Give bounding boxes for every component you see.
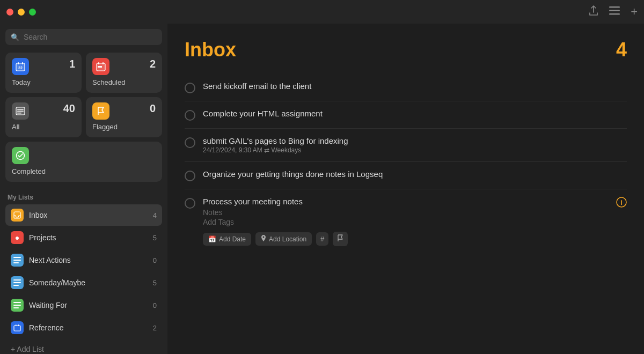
smart-card-completed[interactable]: Completed	[5, 142, 162, 182]
task-complete-button[interactable]	[185, 171, 195, 181]
add-tag-button[interactable]: #	[316, 232, 328, 246]
smart-card-all[interactable]: 40 All	[5, 97, 82, 137]
location-icon	[261, 235, 266, 243]
sidebar-item-someday-maybe[interactable]: Someday/Maybe 5	[5, 272, 162, 293]
svg-rect-14	[17, 111, 24, 112]
titlebar: +	[0, 0, 644, 24]
next-actions-label: Next Actions	[29, 256, 148, 264]
task-title: submit GAIL's pages to Bing for indexing	[203, 136, 627, 145]
scheduled-label: Scheduled	[92, 78, 156, 86]
svg-text:i: i	[620, 199, 622, 206]
add-list-label: + Add List	[11, 345, 44, 353]
flagged-label: Flagged	[92, 123, 156, 131]
scheduled-count: 2	[150, 58, 156, 70]
task-title: Organize your getting things done notes …	[203, 169, 627, 179]
close-button[interactable]	[6, 9, 13, 16]
task-complete-button[interactable]	[185, 83, 195, 93]
svg-rect-21	[13, 279, 21, 281]
traffic-lights	[6, 9, 36, 16]
task-complete-button[interactable]	[185, 137, 195, 148]
page-title: Inbox	[185, 39, 236, 61]
all-label: All	[12, 123, 75, 131]
table-row[interactable]: submit GAIL's pages to Bing for indexing…	[185, 129, 627, 162]
svg-rect-19	[13, 260, 21, 261]
svg-rect-9	[103, 62, 104, 64]
waiting-for-count: 0	[153, 301, 157, 309]
titlebar-actions: +	[589, 5, 638, 19]
smart-card-today[interactable]: 22 1 Today	[5, 53, 82, 93]
task-info-icon[interactable]: i	[616, 197, 627, 210]
add-date-label: Add Date	[219, 235, 246, 243]
add-location-button[interactable]: Add Location	[255, 232, 312, 246]
someday-maybe-count: 5	[153, 279, 157, 287]
reference-count: 2	[153, 324, 157, 332]
task-complete-button[interactable]	[185, 198, 195, 209]
task-title: Send kickoff email to the client	[203, 82, 627, 91]
completed-label: Completed	[12, 167, 156, 175]
smart-card-scheduled[interactable]: 2 Scheduled	[86, 53, 162, 93]
scheduled-icon	[92, 58, 109, 75]
main-layout: 🔍 22 1 Today	[0, 24, 644, 354]
reference-icon	[11, 321, 24, 334]
task-complete-button[interactable]	[185, 110, 195, 121]
list-icon[interactable]	[609, 6, 620, 18]
waiting-for-label: Waiting For	[29, 301, 148, 309]
today-count: 1	[69, 58, 75, 70]
task-notes-placeholder[interactable]: Notes	[203, 208, 627, 217]
inbox-count: 4	[153, 211, 157, 219]
svg-rect-29	[18, 324, 19, 326]
table-row[interactable]: Organize your getting things done notes …	[185, 162, 627, 189]
share-icon[interactable]	[589, 5, 598, 19]
content-header: Inbox 4	[185, 39, 627, 61]
task-content: Organize your getting things done notes …	[203, 169, 627, 180]
my-lists-header: My Lists	[5, 190, 162, 204]
sidebar-item-inbox[interactable]: Inbox 4	[5, 204, 162, 226]
table-row[interactable]: Complete your HTML assignment	[185, 101, 627, 129]
inbox-label: Inbox	[29, 211, 148, 219]
smart-card-flagged[interactable]: 0 Flagged	[86, 97, 162, 137]
add-icon[interactable]: +	[631, 6, 638, 18]
fullscreen-button[interactable]	[29, 9, 36, 16]
content-area: Inbox 4 Send kickoff email to the client…	[167, 24, 644, 354]
sidebar-item-reference[interactable]: Reference 2	[5, 317, 162, 338]
add-list-row[interactable]: + Add List	[5, 341, 162, 354]
task-tags-placeholder[interactable]: Add Tags	[203, 218, 627, 226]
svg-rect-23	[13, 285, 19, 286]
search-bar[interactable]: 🔍	[5, 29, 162, 45]
flagged-icon	[92, 102, 109, 120]
all-count: 40	[63, 102, 75, 115]
svg-rect-11	[100, 66, 102, 68]
someday-maybe-label: Someday/Maybe	[29, 278, 148, 287]
sidebar-item-projects[interactable]: ● Projects 5	[5, 227, 162, 248]
add-date-button[interactable]: 📅 Add Date	[203, 233, 251, 246]
svg-rect-18	[13, 257, 21, 258]
all-icon	[12, 102, 29, 120]
svg-rect-13	[17, 109, 24, 110]
list-items: Inbox 4 ● Projects 5	[5, 204, 162, 338]
svg-rect-25	[13, 305, 21, 306]
sidebar: 🔍 22 1 Today	[0, 24, 167, 354]
table-row[interactable]: Process your meeting notes Notes Add Tag…	[185, 189, 627, 254]
today-icon: 22	[12, 58, 29, 75]
minimize-button[interactable]	[18, 9, 25, 16]
search-input[interactable]	[24, 33, 157, 41]
task-content: Process your meeting notes Notes Add Tag…	[203, 197, 627, 246]
projects-label: Projects	[29, 233, 148, 242]
tag-icon: #	[320, 235, 324, 243]
sidebar-item-waiting-for[interactable]: Waiting For 0	[5, 294, 162, 316]
svg-text:22: 22	[18, 66, 23, 70]
today-label: Today	[12, 78, 75, 86]
svg-rect-10	[98, 66, 100, 68]
svg-rect-27	[14, 326, 20, 331]
sidebar-item-next-actions[interactable]: Next Actions 0	[5, 249, 162, 271]
add-flag-button[interactable]	[333, 232, 348, 246]
completed-icon	[12, 147, 29, 164]
svg-rect-20	[13, 262, 19, 263]
table-row[interactable]: Send kickoff email to the client	[185, 74, 627, 101]
flag-icon	[337, 235, 343, 244]
svg-rect-5	[22, 62, 23, 64]
task-title: Complete your HTML assignment	[203, 109, 627, 118]
svg-rect-8	[98, 62, 99, 64]
reference-label: Reference	[29, 323, 148, 332]
svg-rect-26	[13, 307, 19, 308]
